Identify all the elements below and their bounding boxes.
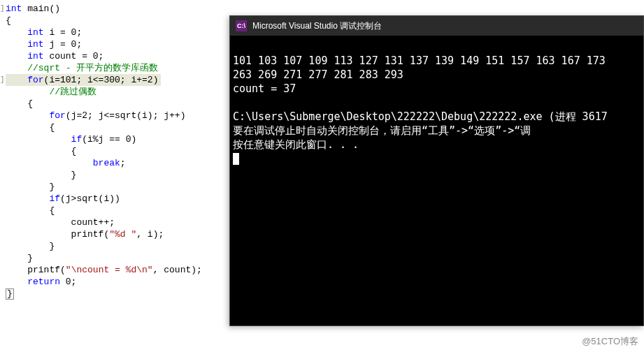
keyword-int: int bbox=[6, 3, 22, 14]
console-title: Microsoft Visual Studio 调试控制台 bbox=[252, 20, 382, 32]
keyword-break: break bbox=[6, 158, 120, 168]
for-inner: (j=2; j<=sqrt(i); j++) bbox=[66, 110, 186, 121]
printf-args: , count); bbox=[153, 265, 202, 275]
keyword-return: return bbox=[6, 277, 60, 287]
brace-open: { bbox=[6, 98, 238, 110]
console-output: 101 103 107 109 113 127 131 137 139 149 … bbox=[230, 36, 643, 170]
semicolon: ; bbox=[120, 158, 126, 168]
keyword-for: for bbox=[6, 75, 44, 85]
vs-icon: C:\ bbox=[236, 20, 247, 31]
output-primes-1: 101 103 107 109 113 127 131 137 139 149 … bbox=[233, 54, 606, 67]
output-press-key: 按任意键关闭此窗口. . . bbox=[233, 138, 359, 151]
keyword-for: for bbox=[6, 110, 66, 121]
printf-args: , i); bbox=[136, 229, 164, 240]
keyword-if: if bbox=[6, 134, 82, 145]
if-sqrt: (j>sqrt(i)) bbox=[60, 193, 120, 204]
keyword-int: int bbox=[6, 27, 44, 38]
comment-skip-even: //跳过偶数 bbox=[6, 86, 238, 98]
string-literal: "%d " bbox=[109, 229, 136, 240]
keyword-int: int bbox=[6, 51, 44, 61]
output-exe-path: C:\Users\Submerge\Desktop\222222\Debug\2… bbox=[233, 110, 608, 123]
if-mod: (i%j == 0) bbox=[82, 134, 136, 145]
brace-open: { bbox=[6, 205, 238, 217]
printf-call: printf( bbox=[6, 229, 109, 240]
fn-main: main() bbox=[22, 3, 60, 14]
string-literal: "\ncount = %d\n" bbox=[66, 265, 153, 275]
brace-close: } bbox=[6, 240, 238, 252]
brace-open: { bbox=[6, 145, 238, 157]
return-val: 0; bbox=[60, 277, 76, 287]
debug-console-window[interactable]: C:\ Microsoft Visual Studio 调试控制台 101 10… bbox=[229, 15, 644, 326]
code-editor[interactable]: ]int main() { int i = 0; int j = 0; int … bbox=[0, 0, 238, 352]
brace-close: } bbox=[6, 169, 238, 181]
brace-close-highlighted: } bbox=[6, 288, 14, 300]
console-titlebar[interactable]: C:\ Microsoft Visual Studio 调试控制台 bbox=[230, 16, 643, 36]
output-hint: 要在调试停止时自动关闭控制台，请启用“工具”->“选项”->“调 bbox=[233, 124, 531, 137]
brace-open: { bbox=[6, 122, 238, 133]
keyword-if: if bbox=[6, 193, 60, 204]
output-primes-2: 263 269 271 277 281 283 293 bbox=[233, 68, 403, 81]
brace-close: } bbox=[6, 181, 238, 193]
printf-call: printf( bbox=[6, 265, 66, 275]
brace-open: { bbox=[6, 15, 238, 27]
decl-i: i = 0; bbox=[44, 27, 83, 38]
cursor-icon bbox=[233, 153, 239, 165]
watermark-text: @51CTO博客 bbox=[582, 335, 638, 348]
brace-close: } bbox=[6, 252, 238, 264]
for-outer: (i=101; i<=300; i+=2) bbox=[44, 75, 159, 85]
keyword-int: int bbox=[6, 39, 44, 50]
output-count: count = 37 bbox=[233, 82, 296, 95]
decl-count: count = 0; bbox=[44, 51, 104, 61]
comment-sqrt: //sqrt - 开平方的数学库函数 bbox=[6, 62, 238, 74]
stmt-count-inc: count++; bbox=[6, 217, 238, 228]
decl-j: j = 0; bbox=[44, 39, 83, 50]
